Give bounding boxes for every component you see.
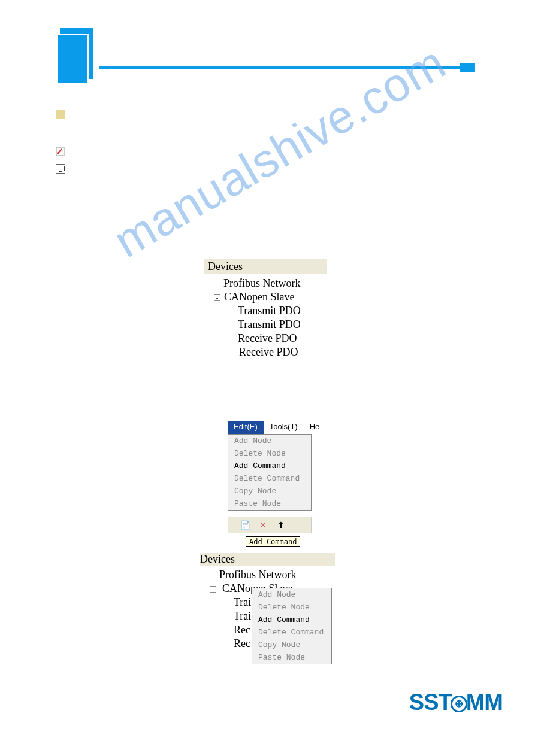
add-command-button[interactable]: 📄 — [239, 519, 251, 531]
panel-title: Devices — [200, 553, 335, 566]
footer-logo: SST⊕MM — [409, 690, 503, 715]
toolbar: 📄 ✕ ⬆ — [228, 517, 312, 533]
edit-dropdown[interactable]: Add Node Delete Node Add Command Delete … — [228, 434, 312, 511]
ctx-copy-node: Copy Node — [252, 639, 331, 651]
menu-item-delete-node: Delete Node — [228, 447, 311, 460]
menu-tools[interactable]: Tools(T) — [264, 421, 304, 434]
tooltip-add-command: Add Command — [246, 536, 300, 547]
context-menu[interactable]: Add Node Delete Node Add Command Delete … — [252, 588, 332, 664]
header-logo-box — [56, 28, 98, 88]
device-tree[interactable]: Profibus Network -CANopen Slave Transmit… — [204, 274, 327, 376]
collapse-icon[interactable]: - — [210, 586, 216, 593]
ctx-delete-node: Delete Node — [252, 601, 331, 614]
header-rule — [99, 66, 461, 69]
monitor-icon — [56, 164, 65, 174]
menu-item-copy-node: Copy Node — [228, 485, 311, 497]
tree-item-rpdo-selected[interactable]: Receive PDO — [207, 345, 325, 359]
watermark: manualshive.com — [105, 35, 455, 269]
header-rule-end — [460, 63, 475, 72]
menu-item-paste-node: Paste Node — [228, 497, 311, 510]
collapse-icon[interactable]: - — [214, 294, 220, 301]
menu-item-delete-command: Delete Command — [228, 472, 311, 485]
menu-item-add-node: Add Node — [228, 435, 311, 447]
ctx-add-node: Add Node — [252, 588, 331, 601]
menu-item-add-command[interactable]: Add Command — [228, 460, 311, 472]
tree-item-profibus[interactable]: Profibus Network — [202, 568, 333, 582]
tree-item-canopen[interactable]: -CANopen Slave — [207, 290, 325, 304]
menubar[interactable]: Edit(E) Tools(T) He — [228, 421, 312, 434]
delete-button[interactable]: ✕ — [257, 519, 269, 531]
panel-title: Devices — [204, 259, 327, 274]
menu-edit[interactable]: Edit(E) — [228, 421, 264, 434]
note-icon — [56, 110, 65, 119]
pdf-icon — [56, 147, 65, 156]
svg-point-1 — [57, 152, 59, 154]
menu-help[interactable]: He — [304, 421, 326, 434]
devices-panel: Devices Profibus Network -CANopen Slave … — [204, 259, 327, 376]
globe-icon: ⊕ — [451, 696, 467, 712]
ctx-add-command[interactable]: Add Command — [252, 614, 331, 626]
tree-item-tpdo[interactable]: Transmit PDO — [207, 318, 325, 332]
tree-item-profibus[interactable]: Profibus Network — [207, 277, 325, 290]
tree-item-rpdo[interactable]: Receive PDO — [207, 332, 325, 345]
upload-button[interactable]: ⬆ — [275, 519, 287, 531]
tree-item-tpdo[interactable]: Transmit PDO — [207, 304, 325, 318]
ctx-delete-command: Delete Command — [252, 626, 331, 639]
ctx-paste-node: Paste Node — [252, 651, 331, 664]
